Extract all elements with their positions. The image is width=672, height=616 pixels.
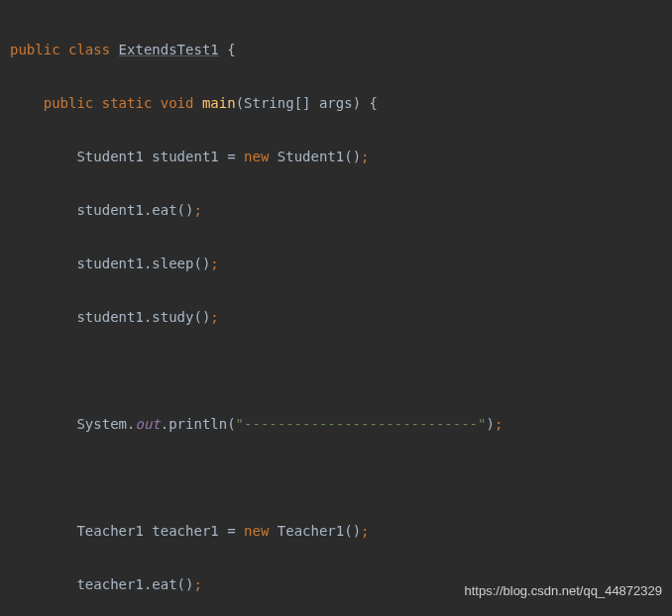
ctor: Teacher1() xyxy=(269,523,361,539)
semicolon: ; xyxy=(193,202,201,218)
var: teacher1 xyxy=(76,576,143,592)
watermark-text: https://blog.csdn.net/qq_44872329 xyxy=(465,577,663,604)
semicolon: ; xyxy=(210,256,218,271)
keyword-public: public xyxy=(10,42,60,57)
semicolon: ; xyxy=(361,523,369,539)
paren-close: ) xyxy=(486,416,494,432)
brace: { xyxy=(369,95,377,111)
var: teacher1 xyxy=(152,523,218,539)
system: System xyxy=(76,416,127,432)
call: .sleep() xyxy=(144,256,210,271)
eq: = xyxy=(219,149,244,164)
eq: = xyxy=(219,523,244,539)
string-literal: "----------------------------" xyxy=(236,416,487,432)
code-line: student1.study(); xyxy=(10,304,672,331)
code-line: public class ExtendsTest1 { xyxy=(10,37,672,63)
type: Student1 xyxy=(76,149,143,164)
keyword-public: public xyxy=(44,95,94,111)
semicolon: ; xyxy=(193,576,201,592)
call: .study() xyxy=(144,309,210,325)
code-editor[interactable]: public class ExtendsTest1 { public stati… xyxy=(0,0,672,616)
params: (String[] args) xyxy=(236,95,370,111)
code-line: student1.sleep(); xyxy=(10,251,672,277)
semicolon: ; xyxy=(210,309,218,325)
keyword-new: new xyxy=(244,149,269,164)
code-line: student1.eat(); xyxy=(10,197,672,224)
keyword-new: new xyxy=(244,523,269,539)
var: student1 xyxy=(76,256,143,271)
method-main: main xyxy=(202,95,236,111)
blank-line xyxy=(10,358,672,384)
code-line: Student1 student1 = new Student1(); xyxy=(10,144,672,170)
var: student1 xyxy=(76,309,143,325)
var: student1 xyxy=(152,149,218,164)
semicolon: ; xyxy=(361,149,369,164)
type: Teacher1 xyxy=(76,523,143,539)
var: student1 xyxy=(76,202,143,218)
semicolon: ; xyxy=(495,416,503,432)
code-line: Teacher1 teacher1 = new Teacher1(); xyxy=(10,518,672,545)
code-line: System.out.println("--------------------… xyxy=(10,411,672,438)
println: .println( xyxy=(161,416,236,432)
call: .eat() xyxy=(144,576,194,592)
keyword-void: void xyxy=(161,95,194,111)
class-name: ExtendsTest1 xyxy=(119,42,219,57)
call: .eat() xyxy=(144,202,194,218)
blank-line xyxy=(10,464,672,491)
brace: { xyxy=(227,42,235,57)
code-line: public static void main(String[] args) { xyxy=(10,90,672,117)
keyword-class: class xyxy=(68,42,110,57)
keyword-static: static xyxy=(102,95,153,111)
ctor: Student1() xyxy=(269,149,361,164)
out-field: out xyxy=(135,416,160,432)
